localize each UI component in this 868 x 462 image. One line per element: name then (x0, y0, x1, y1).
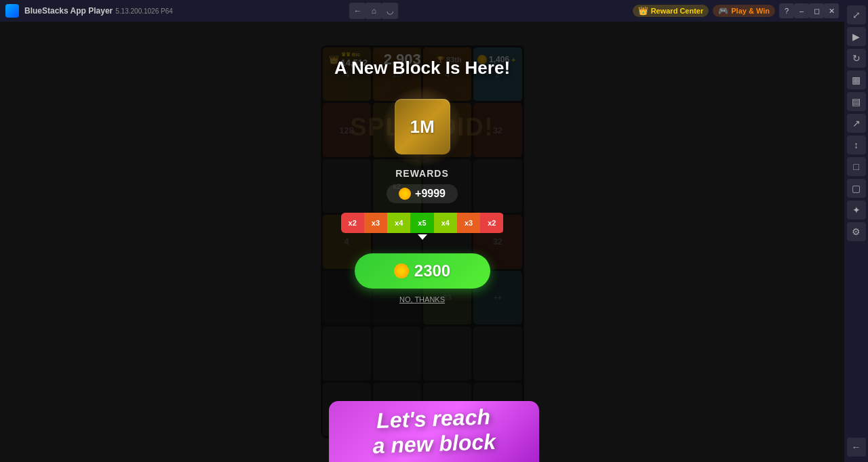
reward-coin-value: +9999 (415, 188, 446, 200)
banner-line1: Let's reach (372, 404, 496, 434)
mult-x3-left: x3 (364, 213, 387, 233)
rewards-coin-display: +9999 (387, 184, 458, 203)
multiplier-bar[interactable]: x2 x3 x4 x5 x4 x3 x2 (341, 213, 504, 234)
sidebar-settings-icon[interactable]: ⚙ (847, 222, 866, 241)
bluestacks-logo (5, 4, 19, 18)
sidebar-icon-5[interactable]: ↗ (847, 114, 866, 133)
sidebar-expand-icon[interactable]: ⤢ (847, 5, 866, 24)
sidebar-icon-9[interactable]: ✦ (847, 201, 866, 219)
mult-x2-right: x2 (480, 213, 503, 233)
block-showcase: 1M (395, 99, 450, 154)
no-thanks-button[interactable]: NO, THANKS (399, 295, 445, 303)
game-area: 4 15 4 2 128 8 28 32 k2 4 32 23 ++ (0, 22, 844, 462)
windows-button[interactable]: ◡ (382, 3, 398, 19)
sidebar-icon-3[interactable]: ▦ (847, 70, 866, 89)
multiplier-indicator (418, 234, 427, 240)
sidebar-arrow-icon[interactable]: ← (847, 438, 866, 457)
game-container: 4 15 4 2 128 8 28 32 k2 4 32 23 ++ (321, 45, 524, 438)
crown-icon: 👑 (638, 6, 648, 16)
app-version: 5.13.200.1026 P64 (115, 7, 349, 15)
main-block: 1M (395, 99, 450, 154)
sidebar-icon-6[interactable]: ↕ (847, 135, 866, 154)
new-block-title: A New Block Is Here! (334, 58, 510, 79)
sidebar-icon-2[interactable]: ↻ (847, 49, 866, 68)
collect-button[interactable]: 2300 (355, 253, 490, 289)
play-win-button[interactable]: 🎮 Play & Win (713, 5, 775, 17)
banner-text: Let's reach a new block (372, 404, 496, 459)
mult-x2-left: x2 (341, 213, 364, 233)
collect-coin-icon (394, 264, 409, 278)
modal-overlay: A New Block Is Here! 1M REWARDS +9999 x2 (321, 45, 524, 438)
app-name: BlueStacks App Player (24, 6, 113, 16)
mult-x4-left: x4 (387, 213, 410, 233)
right-sidebar: ⤢ ▶ ↻ ▦ ▤ ↗ ↕ □ ▢ ✦ ⚙ ← (844, 0, 868, 462)
mult-x4-right: x4 (434, 213, 457, 233)
play-icon: 🎮 (718, 6, 728, 16)
reward-center-button[interactable]: 👑 Reward Center (633, 5, 709, 17)
minimize-button[interactable]: – (794, 3, 809, 18)
reward-center-label: Reward Center (651, 7, 704, 15)
rewards-label: REWARDS (387, 168, 458, 179)
collect-amount: 2300 (414, 261, 450, 280)
multiplier-container: x2 x3 x4 x5 x4 x3 x2 (341, 213, 504, 233)
bottom-banner[interactable]: Let's reach a new block (329, 401, 539, 462)
sidebar-icon-8[interactable]: ▢ (847, 179, 866, 198)
titlebar: BlueStacks App Player 5.13.200.1026 P64 … (0, 0, 844, 22)
multiplier-wrapper: x2 x3 x4 x5 x4 x3 x2 (341, 213, 504, 234)
banner-line2: a new block (372, 429, 496, 459)
mult-x3-right: x3 (457, 213, 480, 233)
sidebar-icon-1[interactable]: ▶ (847, 27, 866, 46)
home-button[interactable]: ⌂ (366, 3, 382, 19)
reward-coin-icon (399, 188, 411, 200)
mult-x5: x5 (410, 213, 433, 233)
sidebar-icon-7[interactable]: □ (847, 157, 866, 176)
help-button[interactable]: ? (779, 3, 794, 18)
rewards-section: REWARDS +9999 (387, 168, 458, 203)
maximize-button[interactable]: ◻ (809, 3, 824, 18)
sidebar-icon-4[interactable]: ▤ (847, 92, 866, 111)
play-win-label: Play & Win (731, 7, 770, 15)
back-button[interactable]: ← (349, 3, 366, 19)
close-button[interactable]: ✕ (824, 3, 839, 18)
